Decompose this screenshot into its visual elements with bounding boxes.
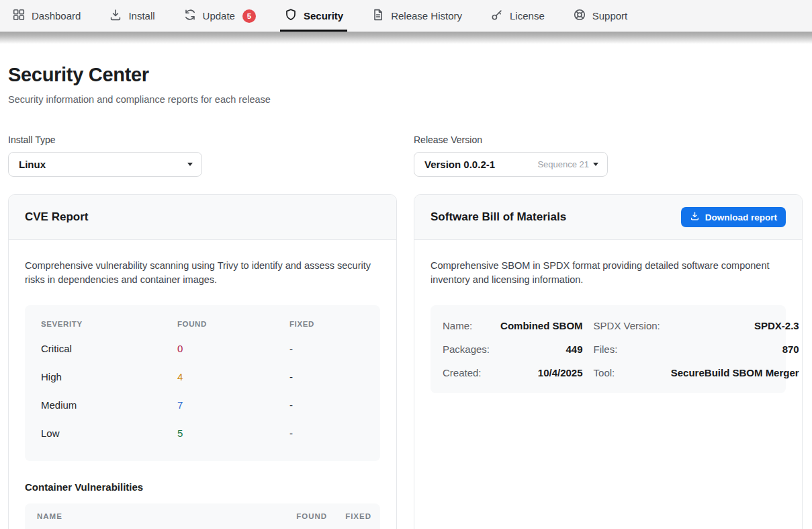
dashboard-icon <box>12 8 26 24</box>
download-icon <box>690 211 700 223</box>
table-row: Low 5 - <box>41 419 364 448</box>
nav-label: Install <box>128 10 154 22</box>
severity-label: High <box>41 363 177 391</box>
shield-icon <box>284 8 298 24</box>
cve-report-description: Comprehensive vulnerability scanning usi… <box>25 259 380 288</box>
sbom-files-label: Files: <box>594 337 660 361</box>
found-column-header: FOUND <box>296 512 327 520</box>
nav-item-security[interactable]: Security <box>284 0 343 32</box>
sbom-packages-value: 449 <box>500 337 583 361</box>
sbom-created-value: 10/4/2025 <box>500 361 583 384</box>
release-version-select[interactable]: Version 0.0.2-1 Sequence 21 <box>414 152 608 177</box>
chevron-down-icon <box>593 163 598 166</box>
cve-report-header: CVE Report <box>9 195 396 240</box>
sbom-tool-value: SecureBuild SBOM Merger <box>671 361 799 384</box>
download-report-button[interactable]: Download report <box>681 207 786 227</box>
sbom-header: Software Bill of Materials Download repo… <box>414 195 802 240</box>
severity-label: Medium <box>41 391 177 419</box>
nav-label: Update <box>203 10 235 22</box>
found-count: 0 <box>177 335 289 363</box>
active-tab-underline <box>280 30 347 32</box>
sbom-spdx-version-label: SPDX Version: <box>594 314 660 337</box>
container-vulnerabilities-title: Container Vulnerabilities <box>25 481 380 493</box>
install-type-select[interactable]: Linux <box>8 152 202 177</box>
nav-item-install[interactable]: Install <box>109 0 154 32</box>
update-count-badge: 5 <box>242 9 256 23</box>
top-navigation: Dashboard Install Update 5 Security Rele… <box>0 0 812 32</box>
sbom-name-value: Combined SBOM <box>500 314 583 337</box>
sbom-description: Comprehensive SBOM in SPDX format provid… <box>431 259 786 288</box>
table-row: Critical 0 - <box>41 335 364 363</box>
nav-item-release-history[interactable]: Release History <box>371 0 462 32</box>
table-row: Medium 7 - <box>41 391 364 419</box>
nav-label: Security <box>304 10 343 22</box>
chevron-down-icon <box>187 163 193 166</box>
download-report-label: Download report <box>705 212 777 222</box>
sbom-packages-label: Packages: <box>443 337 490 361</box>
sbom-tool-label: Tool: <box>594 361 660 384</box>
install-type-value: Linux <box>19 159 46 170</box>
sbom-spdx-version-value: SPDX-2.3 <box>671 314 799 337</box>
severity-label: Low <box>41 419 177 448</box>
fixed-column-header: FIXED <box>345 512 371 520</box>
cve-report-title: CVE Report <box>25 210 88 224</box>
release-version-value: Version 0.0.2-1 <box>424 159 495 170</box>
nav-label: License <box>510 10 545 22</box>
update-refresh-icon <box>183 8 197 24</box>
page-title: Security Center <box>8 64 803 86</box>
container-vulnerabilities-header: NAME FOUND FIXED <box>25 503 380 529</box>
sbom-card: Software Bill of Materials Download repo… <box>414 194 803 529</box>
release-version-label: Release Version <box>414 134 803 145</box>
sbom-title: Software Bill of Materials <box>431 210 566 224</box>
name-column-header: NAME <box>37 512 296 520</box>
sbom-name-label: Name: <box>443 314 490 337</box>
nav-label: Support <box>592 10 628 22</box>
found-count: 4 <box>177 363 289 391</box>
table-row: High 4 - <box>41 363 364 391</box>
nav-label: Dashboard <box>32 10 81 22</box>
found-column-header: FOUND <box>177 316 289 335</box>
sbom-created-label: Created: <box>443 361 490 384</box>
cve-report-card: CVE Report Comprehensive vulnerability s… <box>8 194 397 529</box>
document-icon <box>371 8 385 24</box>
found-count: 5 <box>177 419 289 448</box>
fixed-count: - <box>289 335 364 363</box>
nav-item-license[interactable]: License <box>490 0 545 32</box>
nav-item-dashboard[interactable]: Dashboard <box>12 0 81 32</box>
nav-label: Release History <box>391 10 462 22</box>
severity-column-header: SEVERITY <box>41 316 177 335</box>
nav-item-support[interactable]: Support <box>573 0 628 32</box>
nav-item-update[interactable]: Update 5 <box>183 0 256 32</box>
page-subtitle: Security information and compliance repo… <box>8 94 803 105</box>
install-type-filter: Install Type Linux <box>8 134 397 177</box>
found-count: 7 <box>177 391 289 419</box>
severity-table: SEVERITY FOUND FIXED Critical 0 - High 4… <box>25 305 380 461</box>
sbom-info-grid: Name: Combined SBOM SPDX Version: SPDX-2… <box>431 305 786 393</box>
fixed-count: - <box>289 391 364 419</box>
fixed-column-header: FIXED <box>289 316 364 335</box>
fixed-count: - <box>289 419 364 448</box>
install-download-icon <box>109 8 122 24</box>
install-type-label: Install Type <box>8 134 397 145</box>
header-shadow <box>0 32 812 44</box>
release-sequence-text: Sequence 21 <box>537 159 589 169</box>
life-buoy-icon <box>573 8 586 24</box>
severity-table-header: SEVERITY FOUND FIXED <box>41 316 364 335</box>
severity-label: Critical <box>41 335 177 363</box>
fixed-count: - <box>289 363 364 391</box>
release-version-filter: Release Version Version 0.0.2-1 Sequence… <box>414 134 803 177</box>
sbom-files-value: 870 <box>671 337 799 361</box>
key-icon <box>490 8 504 24</box>
